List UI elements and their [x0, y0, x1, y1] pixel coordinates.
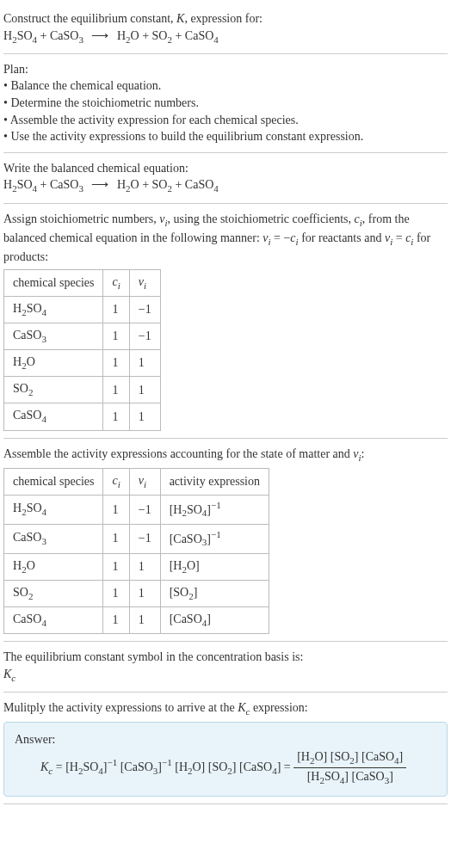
cell-ci: 1 [103, 580, 129, 606]
cell-vi: 1 [129, 403, 160, 430]
col-ci: ci [103, 468, 129, 495]
table-header-row: chemical species ci νi activity expressi… [4, 468, 269, 495]
cell-vi: 1 [129, 377, 160, 403]
arrow-icon: ⟶ [86, 178, 114, 191]
col-ci: ci [103, 269, 129, 296]
plan-title: Plan: [3, 61, 448, 78]
activity-table: chemical species ci νi activity expressi… [3, 468, 269, 634]
fraction: [H2O] [SO2] [CaSO4] [H2SO4] [CaSO3] [293, 748, 406, 787]
denominator: [H2SO4] [CaSO3] [293, 768, 406, 787]
cell-ci: 1 [103, 377, 129, 403]
answer-box: Answer: Kc = [H2SO4]−1 [CaSO3]−1 [H2O] [… [3, 722, 448, 797]
table-row: CaSO411 [4, 403, 161, 430]
cell-activity: [SO2] [160, 580, 269, 606]
table-row: SO211 [4, 377, 161, 403]
stoich-table: chemical species ci νi H2SO41−1CaSO31−1H… [3, 269, 161, 431]
cell-species: H2O [4, 553, 103, 580]
multiply-section: Mulitply the activity expressions to arr… [3, 693, 448, 804]
intro-k: K [176, 12, 184, 25]
cell-ci: 1 [103, 403, 129, 430]
plan-bullet-4: • Use the activity expressions to build … [3, 128, 448, 145]
table-row: H2O11 [4, 350, 161, 377]
cell-species: SO2 [4, 377, 103, 403]
cell-vi: 1 [129, 553, 160, 580]
col-vi: νi [129, 468, 160, 495]
cell-ci: 1 [103, 350, 129, 377]
equation-2: H2SO4 + CaSO3 ⟶ H2O + SO2 + CaSO4 [3, 178, 219, 191]
cell-ci: 1 [103, 607, 129, 634]
cell-species: H2SO4 [4, 496, 103, 525]
cell-ci: 1 [103, 296, 129, 323]
kc-section: The equilibrium constant symbol in the c… [3, 642, 448, 693]
intro-text-a: Construct the equilibrium constant, [3, 12, 176, 25]
numerator: [H2O] [SO2] [CaSO4] [293, 748, 406, 768]
cell-ci: 1 [103, 323, 129, 349]
cell-vi: 1 [129, 607, 160, 634]
balanced-title: Write the balanced chemical equation: [3, 160, 448, 177]
table-row: SO211[SO2] [4, 580, 269, 606]
cell-species: H2SO4 [4, 296, 103, 323]
kc-intro: The equilibrium constant symbol in the c… [3, 649, 448, 666]
equation-1: H2SO4 + CaSO3 ⟶ H2O + SO2 + CaSO4 [3, 29, 219, 42]
table-row: H2O11[H2O] [4, 553, 269, 580]
kc-symbol: Kc [3, 666, 448, 685]
cell-activity: [CaSO4] [160, 607, 269, 634]
cell-species: SO2 [4, 580, 103, 606]
intro-section: Construct the equilibrium constant, K, e… [3, 3, 448, 54]
plan-bullet-2: • Determine the stoichiometric numbers. [3, 95, 448, 112]
plan-bullet-1: • Balance the chemical equation. [3, 77, 448, 95]
col-vi: νi [129, 269, 160, 296]
table-header-row: chemical species ci νi [4, 269, 161, 296]
answer-equation: Kc = [H2SO4]−1 [CaSO3]−1 [H2O] [SO2] [Ca… [15, 748, 436, 787]
cell-activity: [H2SO4]−1 [160, 496, 269, 525]
col-activity: activity expression [160, 468, 269, 495]
cell-ci: 1 [103, 524, 129, 553]
multiply-text: Mulitply the activity expressions to arr… [3, 699, 448, 718]
cell-vi: −1 [129, 524, 160, 553]
cell-vi: 1 [129, 350, 160, 377]
cell-vi: −1 [129, 296, 160, 323]
cell-ci: 1 [103, 553, 129, 580]
cell-vi: −1 [129, 323, 160, 349]
arrow-icon: ⟶ [86, 29, 114, 42]
cell-species: CaSO3 [4, 323, 103, 349]
assemble-section: Assemble the activity expressions accoun… [3, 439, 448, 643]
cell-species: H2O [4, 350, 103, 377]
intro-text-b: , expression for: [184, 12, 263, 25]
table-row: H2SO41−1 [4, 296, 161, 323]
balanced-section: Write the balanced chemical equation: H2… [3, 153, 448, 204]
cell-ci: 1 [103, 496, 129, 525]
cell-species: CaSO4 [4, 403, 103, 430]
plan-section: Plan: • Balance the chemical equation. •… [3, 54, 448, 153]
assemble-text: Assemble the activity expressions accoun… [3, 446, 448, 465]
cell-vi: 1 [129, 580, 160, 606]
cell-activity: [H2O] [160, 553, 269, 580]
table-row: H2SO41−1[H2SO4]−1 [4, 496, 269, 525]
cell-vi: −1 [129, 496, 160, 525]
cell-activity: [CaSO3]−1 [160, 524, 269, 553]
col-species: chemical species [4, 468, 103, 495]
plan-bullet-3: • Assemble the activity expression for e… [3, 112, 448, 129]
col-species: chemical species [4, 269, 103, 296]
stoich-section: Assign stoichiometric numbers, νi, using… [3, 204, 448, 439]
table-row: CaSO31−1[CaSO3]−1 [4, 524, 269, 553]
table-row: CaSO411[CaSO4] [4, 607, 269, 634]
answer-label: Answer: [15, 731, 436, 748]
cell-species: CaSO3 [4, 524, 103, 553]
stoich-text: Assign stoichiometric numbers, νi, using… [3, 211, 448, 266]
cell-species: CaSO4 [4, 607, 103, 634]
table-row: CaSO31−1 [4, 323, 161, 349]
